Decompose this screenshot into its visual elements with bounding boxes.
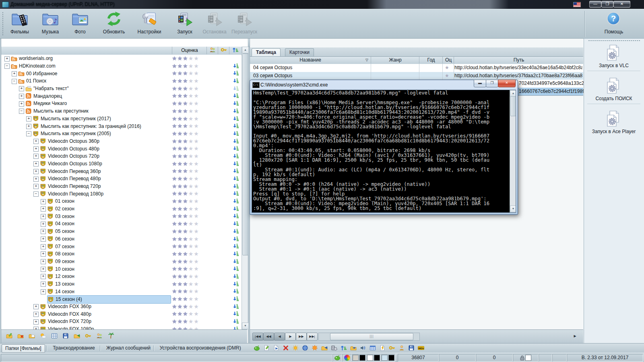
folder-delete-icon[interactable] (17, 333, 24, 339)
tree-item-label[interactable]: HDKinoteatr.com (11, 62, 56, 70)
tree-item[interactable]: +14 сезон★★★★★ (1, 288, 241, 295)
expand-toggle[interactable]: + (33, 177, 39, 182)
key-icon[interactable] (388, 345, 395, 352)
rating-stars[interactable]: ★★★★★ (172, 190, 199, 197)
users-icon[interactable] (96, 333, 103, 339)
tree-item-label[interactable]: 08 сезон (47, 250, 74, 258)
tree-item[interactable]: +00 Избранное★★★★★ (1, 70, 241, 77)
tree-item-label[interactable]: 07 сезон (47, 243, 74, 250)
cmd-minimize-button[interactable]: ▬ (474, 80, 486, 87)
grid-icon[interactable] (51, 333, 58, 339)
tree-item-label[interactable]: 12 сезон (47, 273, 74, 280)
rating-stars[interactable]: ★★★★★ (172, 108, 199, 114)
scrollbar-thumb[interactable] (242, 53, 248, 255)
tree-item-label[interactable]: 03 сезон (47, 212, 74, 220)
tree-item[interactable]: +Videocdn FOX 720p★★★★★ (1, 318, 241, 325)
expand-toggle[interactable]: + (33, 184, 39, 189)
status-lock-cell[interactable] (513, 354, 539, 362)
expand-toggle[interactable]: + (33, 319, 39, 325)
tree-item-label[interactable]: Мыслить как преступник (2017) (33, 115, 111, 123)
tree-item-label[interactable]: Videocdn Перевод 1080p (40, 190, 103, 197)
tree-item[interactable]: +Videocdn FOX 480p★★★★★ (1, 310, 241, 318)
tree-item[interactable]: −Мыслить как преступник (2005)★★★★★ (1, 130, 241, 138)
collapse-toggle[interactable]: − (4, 64, 10, 69)
folder-go-icon[interactable] (321, 345, 328, 352)
expand-toggle[interactable]: + (41, 199, 46, 204)
fast-back-button[interactable]: ◀◀ (263, 333, 274, 341)
tree-name-column-header[interactable] (1, 47, 172, 54)
expand-toggle[interactable]: + (26, 124, 31, 129)
rating-stars[interactable]: ★★★★★ (172, 206, 199, 212)
folder-clean-icon[interactable] (28, 333, 35, 339)
status-color-pair-cell-1[interactable] (366, 354, 381, 362)
palm-icon[interactable] (107, 333, 114, 339)
rating-stars[interactable]: ★★★★★ (172, 145, 199, 152)
imdb-icon[interactable]: IMDb (417, 345, 424, 352)
maximize-button[interactable]: ❐ (601, 1, 613, 8)
save-icon[interactable] (62, 333, 69, 339)
tree-item-label[interactable]: Videocdn Перевод 720p (40, 183, 101, 190)
sidebar-grip[interactable] (588, 40, 640, 41)
horizontal-scrollbar[interactable]: ||| (318, 333, 420, 341)
help-button[interactable]: ? Помощь (599, 11, 629, 37)
tree-item[interactable]: +07 сезон★★★★★ (1, 243, 241, 250)
tree-item[interactable]: 15 сезон (4)★★★★★ (1, 295, 241, 303)
expand-toggle[interactable]: + (41, 214, 46, 219)
tree-item-label[interactable]: Videocdn FOX 720p (40, 318, 91, 325)
first-page-button[interactable]: |◀◀ (252, 333, 263, 341)
expand-toggle[interactable]: + (33, 327, 39, 329)
tree-item[interactable]: +05 сезон★★★★★ (1, 228, 241, 235)
tree-item-label[interactable]: 04 сезон (47, 220, 74, 228)
rating-stars[interactable]: ★★★★★ (172, 318, 199, 325)
tree-item[interactable]: +worldserials.org★★★★★ (1, 55, 241, 62)
close-button[interactable]: ✕ (613, 1, 630, 8)
rating-stars[interactable]: ★★★★★ (172, 63, 199, 69)
save-icon[interactable] (408, 345, 415, 352)
expand-toggle[interactable]: + (41, 244, 46, 249)
rating-stars[interactable]: ★★★★★ (172, 138, 199, 144)
expand-toggle[interactable]: + (33, 154, 39, 159)
expand-toggle[interactable]: + (41, 259, 46, 264)
tree-item-label[interactable]: Мыслить как преступник (2005) (33, 130, 111, 138)
tree-item[interactable]: +02 сезон★★★★★ (1, 205, 241, 213)
tree-item[interactable]: +Videocdn Octopus 1080p★★★★★ (1, 160, 241, 168)
tree-item[interactable]: +13 сезон★★★★★ (1, 280, 241, 288)
column-header-name[interactable]: Название ▽ (250, 57, 371, 64)
expand-toggle[interactable]: + (41, 222, 46, 227)
bottom-tab-3[interactable]: Устройства воспроизведения (DMR) (157, 344, 244, 352)
tree-item[interactable]: +Videocdn Перевод 480p★★★★★ (1, 175, 241, 183)
bottom-tab-1[interactable]: Транскодирование (50, 344, 98, 352)
tree-item-label[interactable]: Videocdn Перевод 480p (40, 175, 101, 183)
expand-toggle[interactable]: + (33, 169, 39, 174)
page-edit-icon[interactable] (263, 345, 270, 352)
rating-stars[interactable]: ★★★★★ (172, 168, 199, 174)
tree-item[interactable]: +"Набрать текст"★★★★★ (1, 85, 241, 93)
rating-stars[interactable]: ★★★★★ (172, 175, 199, 182)
rating-stars[interactable]: ★★★★★ (172, 115, 199, 122)
tree-item[interactable]: +Мыслить как преступник: За границей (20… (1, 122, 241, 130)
rating-stars[interactable]: ★★★★★ (172, 303, 199, 310)
tree-item[interactable]: +03 сезон★★★★★ (1, 212, 241, 220)
tree-item[interactable]: +Медики Чикаго★★★★★ (1, 100, 241, 107)
rating-stars[interactable]: ★★★★★ (172, 123, 199, 129)
sun-icon[interactable] (292, 345, 299, 352)
scroll-down-button[interactable]: ▼ (242, 323, 249, 329)
tree-item[interactable]: +01 сезон★★★★★ (1, 197, 241, 205)
rating-column-header[interactable]: Оценка (172, 47, 207, 54)
tree-item[interactable]: +Videocdn FOX 360p★★★★★ (1, 303, 241, 311)
column-header-genre[interactable]: Жанр (371, 57, 419, 64)
expand-toggle[interactable]: + (12, 71, 17, 76)
cmd-close-button[interactable]: ✕ (498, 80, 516, 87)
tree-item[interactable]: −HDKinoteatr.com★★★★★ (1, 62, 241, 70)
scroll-down-button[interactable]: ▼ (510, 206, 516, 212)
tree-item[interactable]: +04 сезон★★★★★ (1, 220, 241, 228)
rating-stars[interactable]: ★★★★★ (172, 93, 199, 99)
weather-icon[interactable] (39, 333, 46, 339)
expand-toggle[interactable]: + (4, 56, 10, 62)
last-page-button[interactable]: ▶▶| (307, 333, 318, 341)
tree-item[interactable]: +Мыслить как преступник (2017)★★★★★ (1, 115, 241, 123)
rating-stars[interactable]: ★★★★★ (172, 183, 199, 189)
tree-item-label[interactable]: worldserials.org (11, 55, 53, 62)
tree-item-label[interactable]: Videocdn FOX 480p (40, 310, 91, 318)
media-icon[interactable] (253, 345, 260, 352)
